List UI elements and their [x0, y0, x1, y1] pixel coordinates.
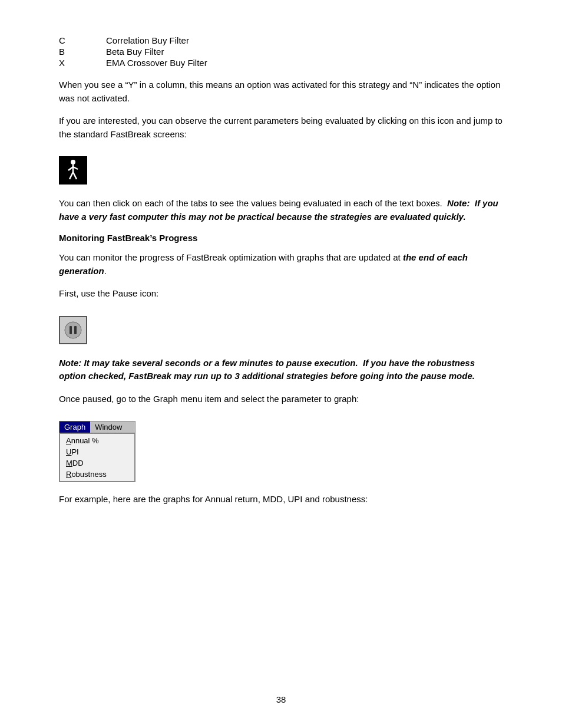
paragraph-monitor-text: You can monitor the progress of FastBrea…	[59, 252, 401, 262]
paragraph-example-graphs: For example, here are the graphs for Ann…	[59, 493, 503, 506]
filter-list: C Correlation Buy Filter B Beta Buy Filt…	[59, 35, 503, 68]
menu-item-annual-rest: nnual %	[71, 436, 99, 445]
menu-dropdown: Annual % UPI MDD Robustness	[59, 433, 135, 482]
pause-icon	[59, 316, 87, 344]
paragraph-monitor-end: .	[104, 266, 107, 276]
svg-point-0	[71, 160, 75, 164]
paragraph-pause-icon: First, use the Pause icon:	[59, 287, 503, 301]
list-key-b: B	[59, 47, 106, 57]
svg-line-4	[70, 172, 73, 179]
menu-item-upi: UPI	[60, 446, 134, 457]
paragraph-yn: When you see a “Y” in a column, this mea…	[59, 78, 503, 105]
graph-menu-screenshot: Graph Window Annual % UPI MDD Robustness	[59, 421, 135, 482]
menu-item-robustness: Robustness	[60, 469, 134, 480]
list-key-c: C	[59, 35, 106, 45]
list-item: X EMA Crossover Buy Filter	[59, 58, 503, 68]
list-value-b: Beta Buy Filter	[106, 47, 164, 57]
list-item: B Beta Buy Filter	[59, 47, 503, 57]
paragraph-tabs: You can then click on each of the tabs t…	[59, 197, 503, 223]
svg-line-5	[73, 172, 77, 179]
menu-bar-window: Window	[90, 421, 127, 433]
list-value-c: Correlation Buy Filter	[106, 35, 189, 45]
person-icon	[60, 157, 86, 183]
menu-bar: Graph Window	[59, 421, 135, 433]
svg-point-6	[65, 322, 81, 338]
paragraph-monitor: You can monitor the progress of FastBrea…	[59, 251, 503, 278]
svg-rect-8	[74, 326, 77, 334]
menu-item-mdd: MDD	[60, 457, 134, 469]
list-key-x: X	[59, 58, 106, 68]
page-number: 38	[0, 694, 562, 704]
list-value-x: EMA Crossover Buy Filter	[106, 58, 207, 68]
pause-icon-inner	[60, 317, 86, 343]
paragraph-note-pause: Note: It may take several seconds or a f…	[59, 357, 503, 383]
menu-item-upi-rest: PI	[71, 447, 78, 456]
menu-item-mdd-underline: M	[66, 459, 72, 467]
menu-item-robustness-rest: obustness	[71, 470, 106, 479]
menu-item-robustness-underline: R	[66, 470, 71, 479]
list-item: C Correlation Buy Filter	[59, 35, 503, 45]
paragraph-graph-menu: Once paused, go to the Graph menu item a…	[59, 393, 503, 406]
fastbreak-icon	[59, 156, 87, 185]
svg-rect-7	[70, 326, 72, 334]
menu-bar-graph: Graph	[59, 421, 90, 433]
menu-item-upi-underline: U	[66, 447, 71, 456]
page: C Correlation Buy Filter B Beta Buy Filt…	[0, 0, 562, 728]
paragraph-tabs-start: You can then click on each of the tabs t…	[59, 198, 447, 208]
section-heading-monitoring: Monitoring FastBreak’s Progress	[59, 233, 503, 243]
menu-item-annual: Annual %	[60, 435, 134, 446]
menu-item-mdd-rest: DD	[72, 459, 84, 467]
menu-item-annual-underline: A	[66, 436, 71, 445]
paragraph-observe: If you are interested, you can observe t…	[59, 114, 503, 141]
